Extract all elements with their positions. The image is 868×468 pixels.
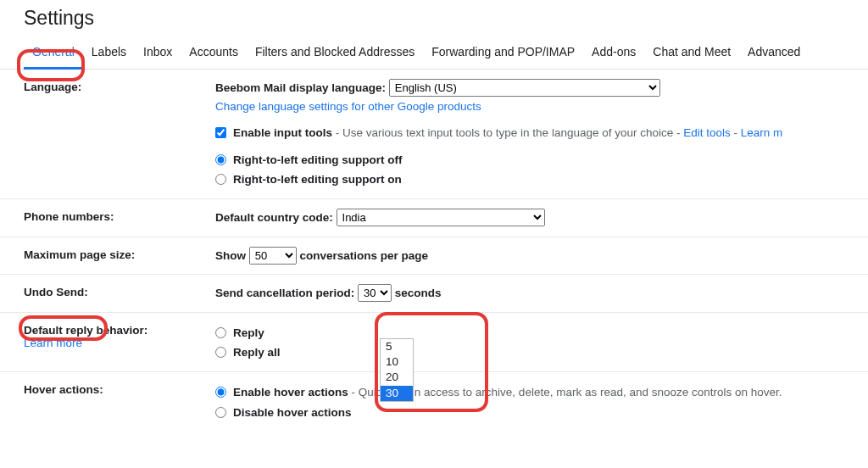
dropdown-option-5[interactable]: 5 <box>381 339 413 354</box>
content-pagesize: Show 50 conversations per page <box>215 247 860 265</box>
link-learn-more-tools[interactable]: Learn m <box>741 126 783 139</box>
tab-forwarding[interactable]: Forwarding and POP/IMAP <box>423 38 583 69</box>
hover-enable-line: Enable hover actions - Quickly gain acce… <box>215 383 860 402</box>
select-country-code[interactable]: India <box>337 209 545 226</box>
cancel-period-label: Send cancellation period: <box>215 287 354 299</box>
input-tools-desc: - Use various text input tools to type i… <box>332 126 683 139</box>
row-reply-behavior: Default reply behavior: Learn more Reply… <box>0 313 868 372</box>
hover-disable-label: Disable hover actions <box>233 404 352 422</box>
radio-rtl-on[interactable] <box>215 174 226 185</box>
link-reply-learn-more[interactable]: Learn more <box>24 337 82 349</box>
row-undo-send: Undo Send: Send cancellation period: 30 … <box>0 275 868 313</box>
tab-filters[interactable]: Filters and Blocked Addresses <box>247 38 423 69</box>
select-display-language[interactable]: English (US) <box>389 79 660 97</box>
content-hover: Enable hover actions - Quickly gain acce… <box>215 382 860 421</box>
reply-behavior-text: Default reply behavior: <box>24 324 147 337</box>
label-reply-behavior: Default reply behavior: Learn more <box>24 322 215 349</box>
rtl-off-line: Right-to-left editing support off <box>215 151 860 170</box>
dropdown-cancel-period-open[interactable]: 5 10 20 30 <box>380 338 414 402</box>
checkbox-enable-input-tools[interactable] <box>215 127 226 138</box>
row-language: Language: Beebom Mail display language: … <box>0 70 868 199</box>
reply-line: Reply <box>215 324 860 343</box>
radio-hover-enable[interactable] <box>215 387 226 398</box>
tab-general[interactable]: General <box>24 38 83 70</box>
link-change-language[interactable]: Change language settings for other Googl… <box>215 100 481 113</box>
input-tools-label: Enable input tools <box>233 126 332 139</box>
reply-label: Reply <box>233 324 264 343</box>
tab-addons[interactable]: Add-ons <box>583 38 644 69</box>
seconds-text: seconds <box>395 287 442 299</box>
dropdown-option-20[interactable]: 20 <box>381 370 413 385</box>
radio-hover-disable[interactable] <box>215 407 226 418</box>
dropdown-option-10[interactable]: 10 <box>381 354 413 370</box>
tab-advanced[interactable]: Advanced <box>739 38 809 69</box>
content-reply: Reply Reply all <box>215 322 860 362</box>
settings-container: Settings General Labels Inbox Accounts F… <box>0 0 868 431</box>
label-language: Language: <box>24 79 215 93</box>
select-pagesize[interactable]: 50 <box>249 247 297 265</box>
hover-enable-text: Enable hover actions - Quickly gain acce… <box>233 383 782 402</box>
label-hover: Hover actions: <box>24 382 215 396</box>
label-undo-send: Undo Send: <box>24 284 215 298</box>
tabs-bar: General Labels Inbox Accounts Filters an… <box>0 38 868 70</box>
tab-inbox[interactable]: Inbox <box>135 38 181 69</box>
tab-accounts[interactable]: Accounts <box>181 38 247 69</box>
content-language: Beebom Mail display language: English (U… <box>215 79 860 189</box>
rtl-off-label: Right-to-left editing support off <box>233 151 402 170</box>
display-language-label: Beebom Mail display language: <box>215 81 386 94</box>
rtl-on-line: Right-to-left editing support on <box>215 170 860 189</box>
reply-all-label: Reply all <box>233 343 281 362</box>
label-phone: Phone numbers: <box>24 209 215 223</box>
country-code-label: Default country code: <box>215 211 333 224</box>
hover-enable-label: Enable hover actions <box>233 386 348 398</box>
row-pagesize: Maximum page size: Show 50 conversations… <box>0 237 868 276</box>
radio-reply[interactable] <box>215 327 226 338</box>
select-cancel-period[interactable]: 30 <box>358 284 392 302</box>
dropdown-option-30[interactable]: 30 <box>381 386 413 401</box>
tab-labels[interactable]: Labels <box>83 38 135 69</box>
sep: - <box>731 126 741 139</box>
input-tools-text: Enable input tools - Use various text in… <box>233 124 782 142</box>
perpage-text: conversations per page <box>297 249 428 262</box>
input-tools-line: Enable input tools - Use various text in… <box>215 124 860 142</box>
row-hover: Hover actions: Enable hover actions - Qu… <box>0 372 868 431</box>
settings-body: Language: Beebom Mail display language: … <box>0 70 868 431</box>
row-phone: Phone numbers: Default country code: Ind… <box>0 199 868 237</box>
reply-all-line: Reply all <box>215 343 860 362</box>
tab-chat[interactable]: Chat and Meet <box>644 38 739 69</box>
label-pagesize: Maximum page size: <box>24 247 215 261</box>
content-phone: Default country code: India <box>215 209 860 227</box>
display-language-line: Beebom Mail display language: English (U… <box>215 79 860 98</box>
hover-disable-line: Disable hover actions <box>215 404 860 422</box>
page-title: Settings <box>0 0 868 38</box>
show-text: Show <box>215 249 249 262</box>
rtl-on-label: Right-to-left editing support on <box>233 170 402 189</box>
link-edit-tools[interactable]: Edit tools <box>683 126 731 139</box>
radio-rtl-off[interactable] <box>215 154 226 165</box>
radio-reply-all[interactable] <box>215 347 226 358</box>
content-undo-send: Send cancellation period: 30 seconds <box>215 284 860 303</box>
